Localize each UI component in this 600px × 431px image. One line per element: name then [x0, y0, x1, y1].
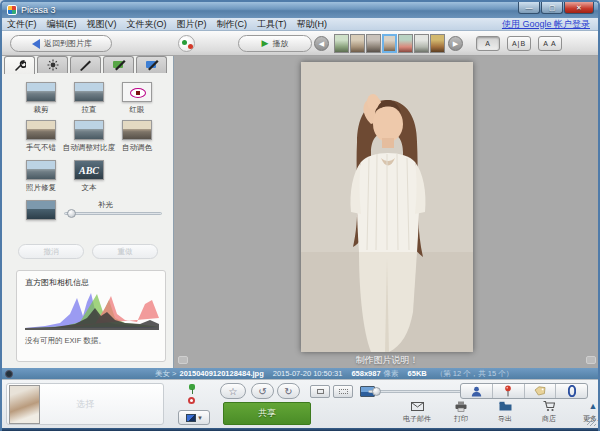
filmstrip-thumb[interactable]: [350, 34, 365, 53]
status-position: （第 12 个，共 15 个）: [436, 369, 514, 379]
map-pin-icon: [503, 385, 513, 397]
share-button[interactable]: 共享: [223, 402, 311, 425]
email-action[interactable]: 电子邮件: [400, 400, 434, 424]
tab-tuning[interactable]: [37, 56, 68, 73]
filmstrip-thumb[interactable]: [398, 34, 413, 53]
tool-lucky[interactable]: 手气不错: [14, 120, 68, 153]
back-button-label: 返回到图片库: [44, 38, 92, 49]
fill-light-label: 补光: [98, 200, 113, 210]
status-filesize: 65KB: [408, 369, 427, 378]
action-label: 商店: [532, 414, 566, 424]
back-to-library-button[interactable]: 返回到图片库: [10, 35, 112, 52]
retouch-thumb-icon: [26, 160, 56, 180]
hold-pin-icon[interactable]: [188, 384, 197, 393]
person-icon: [471, 386, 482, 397]
status-filename: 20150409120128484.jpg: [179, 369, 263, 378]
menu-tools[interactable]: 工具(T): [252, 18, 292, 31]
tool-label: 裁剪: [14, 105, 68, 115]
shop-icon: [543, 401, 555, 412]
undo-button[interactable]: 撤消: [18, 244, 84, 259]
dropdown-arrow-icon: ▾: [198, 414, 202, 422]
print-action[interactable]: 打印: [444, 400, 478, 424]
fill-light-slider[interactable]: [64, 212, 162, 215]
tool-label: 文本: [62, 183, 116, 193]
filmstrip-thumb[interactable]: [334, 34, 349, 53]
palette-icon: [178, 35, 195, 52]
menu-folder[interactable]: 文件夹(O): [122, 18, 172, 31]
tab-basic-fixes[interactable]: [4, 56, 35, 74]
shop-action[interactable]: 商店: [532, 400, 566, 424]
tool-auto-color[interactable]: 自动调色: [110, 120, 164, 153]
caption-option-icon[interactable]: [586, 356, 596, 364]
menu-help[interactable]: 帮助(H): [292, 18, 333, 31]
close-button[interactable]: ✕: [564, 2, 594, 14]
output-actions: 电子邮件 打印 导出 商店 ▲ 更多...: [400, 400, 600, 424]
prev-photo-button[interactable]: ◀: [314, 36, 329, 51]
tab-effects-3[interactable]: [136, 56, 167, 73]
menu-view[interactable]: 视图(V): [82, 18, 122, 31]
resize-grip[interactable]: [587, 417, 596, 426]
menu-file[interactable]: 文件(F): [2, 18, 42, 31]
tab-effects-1[interactable]: [70, 56, 101, 73]
fill-light-slider-knob[interactable]: [67, 209, 76, 218]
tool-redeye[interactable]: 红眼: [110, 82, 164, 115]
camera-icon: [5, 370, 13, 378]
fit-view-button[interactable]: [310, 385, 330, 398]
picasa-logo-icon: [7, 5, 17, 15]
current-photo[interactable]: [301, 62, 473, 352]
menu-create[interactable]: 制作(C): [212, 18, 253, 31]
clear-tray-icon[interactable]: [188, 397, 195, 404]
info-icon: [568, 385, 576, 397]
menu-picture[interactable]: 图片(P): [172, 18, 212, 31]
tool-crop[interactable]: 裁剪: [14, 82, 68, 115]
tool-text[interactable]: ABC 文本: [62, 160, 116, 193]
titlebar: Picasa 3 — ▢ ✕: [2, 2, 598, 18]
zoom-slider-knob[interactable]: [372, 387, 381, 396]
fit-view-icon: [317, 389, 324, 394]
filmstrip-thumb[interactable]: [414, 34, 429, 53]
filmstrip-thumb-selected[interactable]: [382, 34, 397, 53]
tray-dropdown-button[interactable]: ▾: [178, 410, 210, 425]
histogram-chart: [25, 290, 159, 330]
status-folder[interactable]: 美女 >: [155, 369, 176, 379]
actual-size-button[interactable]: [333, 385, 353, 398]
star-button[interactable]: ☆: [220, 383, 246, 399]
properties-button[interactable]: [556, 384, 587, 398]
rotate-right-button[interactable]: ↻: [277, 383, 300, 399]
tool-retouch[interactable]: 照片修复: [14, 160, 68, 193]
brush-blue-icon: [145, 59, 159, 71]
people-button[interactable]: [461, 384, 493, 398]
tab-effects-2[interactable]: [103, 56, 134, 73]
places-button[interactable]: [493, 384, 525, 398]
filmstrip-thumb[interactable]: [430, 34, 445, 53]
rotate-left-button[interactable]: ↺: [251, 383, 274, 399]
view-sidebyside-button[interactable]: A A: [538, 36, 562, 51]
caption-bar: 制作图片说明！: [174, 353, 600, 367]
menu-edit[interactable]: 编辑(E): [42, 18, 82, 31]
tool-auto-contrast[interactable]: 自动调整对比度: [62, 120, 116, 153]
view-single-button[interactable]: A: [476, 36, 500, 51]
google-login-link[interactable]: 使用 Google 帐户登录: [502, 18, 590, 31]
export-action[interactable]: 导出: [488, 400, 522, 424]
tag-icon: [534, 386, 546, 396]
maximize-button[interactable]: ▢: [541, 2, 563, 14]
redeye-thumb-icon: [122, 82, 152, 102]
filmstrip-thumb[interactable]: [366, 34, 381, 53]
next-photo-button[interactable]: ▶: [448, 36, 463, 51]
redo-button[interactable]: 重做: [92, 244, 158, 259]
tool-label: 红眼: [110, 105, 164, 115]
photo-tray[interactable]: 选择: [6, 383, 164, 425]
minimize-button[interactable]: —: [518, 2, 540, 14]
tags-button[interactable]: [525, 384, 557, 398]
status-datetime: 2015-07-20 10:50:31: [273, 369, 343, 378]
exif-note: 没有可用的 EXIF 数据。: [25, 336, 165, 346]
back-arrow-icon: [32, 39, 40, 49]
view-split-button[interactable]: A|B: [507, 36, 531, 51]
photo-caption-placeholder[interactable]: 制作图片说明！: [192, 354, 582, 367]
action-label: 电子邮件: [400, 414, 434, 424]
zoom-slider[interactable]: [368, 390, 464, 393]
tool-straighten[interactable]: 拉直: [62, 82, 116, 115]
play-button[interactable]: ▶ 播放: [238, 35, 312, 52]
caption-tool-icon[interactable]: [178, 356, 188, 364]
actual-size-icon: [339, 389, 348, 394]
